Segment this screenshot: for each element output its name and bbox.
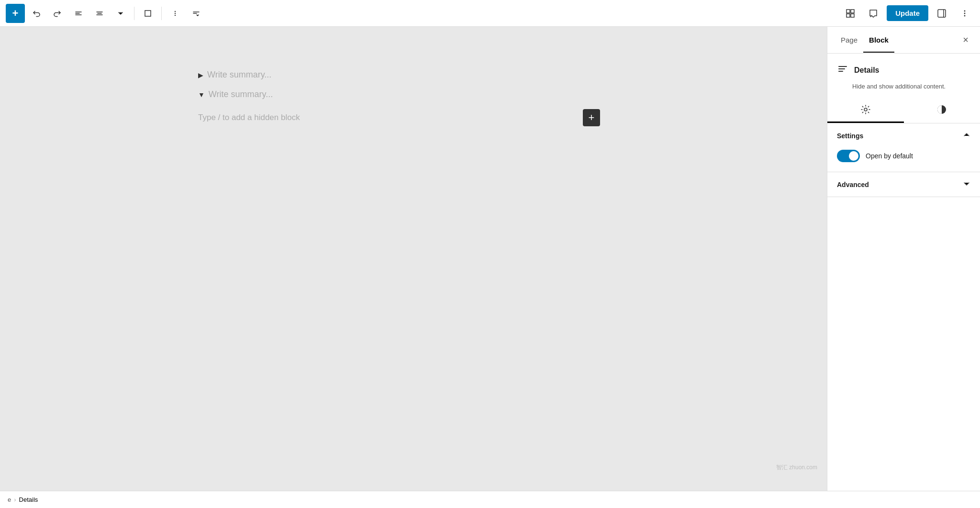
sidebar-toggle-button[interactable] [932, 4, 951, 23]
svg-point-17 [964, 12, 966, 14]
toolbar-divider-2 [161, 7, 162, 20]
add-hidden-block-button[interactable]: + [583, 109, 600, 126]
style-icon-tab[interactable] [904, 98, 980, 123]
advanced-label: Advanced [837, 181, 869, 188]
svg-point-22 [864, 108, 867, 111]
watermark: 智汇 zhuon.com [776, 464, 817, 472]
redo-button[interactable] [48, 4, 67, 23]
undo-button[interactable] [27, 4, 46, 23]
details-section-title: Details [854, 66, 879, 75]
block-format-button[interactable] [138, 4, 157, 23]
details-section-icon [837, 63, 848, 77]
sidebar-icon-tabs [827, 98, 980, 123]
settings-icon-tab[interactable] [827, 98, 904, 123]
settings-collapsible: Settings Open by default [827, 123, 980, 172]
svg-rect-10 [846, 10, 850, 13]
expanded-summary-text[interactable]: Write summary... [209, 89, 273, 99]
status-bar: e › Details [0, 491, 980, 508]
settings-chevron-icon [963, 131, 970, 140]
svg-rect-14 [938, 10, 946, 17]
breadcrumb-sep-1: › [14, 496, 16, 503]
svg-rect-11 [851, 10, 854, 13]
breadcrumb-details[interactable]: Details [19, 496, 38, 503]
collapsed-triangle-icon: ▶ [198, 71, 203, 79]
toolbar: + Update [0, 0, 980, 27]
settings-collapsible-body: Open by default [827, 148, 980, 172]
open-by-default-toggle[interactable] [837, 150, 860, 162]
text-align-button[interactable] [69, 4, 88, 23]
view-button[interactable] [841, 4, 860, 23]
add-block-button[interactable]: + [6, 4, 25, 23]
main-area: ▶ Write summary... ▼ Write summary... Ty… [0, 27, 980, 491]
expanded-triangle-icon: ▼ [198, 91, 205, 99]
collapsed-summary-text[interactable]: Write summary... [207, 70, 271, 80]
svg-point-18 [964, 15, 966, 16]
svg-rect-6 [145, 11, 151, 16]
toolbar-right: Update [841, 4, 974, 23]
preview-button[interactable] [864, 4, 883, 23]
collapse-button[interactable] [187, 4, 206, 23]
more-menu-button[interactable] [955, 4, 974, 23]
sidebar-header: Page Block × [827, 27, 980, 54]
editor-content: ▶ Write summary... ▼ Write summary... Ty… [198, 65, 629, 135]
breadcrumb-root[interactable]: e [8, 496, 11, 503]
update-button[interactable]: Update [887, 5, 928, 21]
more-options-button[interactable] [166, 4, 185, 23]
open-by-default-label: Open by default [866, 152, 913, 160]
settings-collapsible-header[interactable]: Settings [827, 123, 980, 148]
editor: ▶ Write summary... ▼ Write summary... Ty… [0, 27, 827, 491]
tab-page[interactable]: Page [835, 28, 863, 53]
details-block-expanded: ▼ Write summary... Type / to add a hidde… [198, 85, 629, 135]
chevron-down-button[interactable] [111, 4, 130, 23]
sidebar-body: Details Hide and show additional content… [827, 54, 980, 491]
settings-label: Settings [837, 132, 863, 140]
open-by-default-row: Open by default [837, 150, 970, 162]
sidebar-details-header: Details [827, 54, 980, 83]
align-center-button[interactable] [90, 4, 109, 23]
details-block-collapsed[interactable]: ▶ Write summary... [198, 65, 629, 85]
sidebar: Page Block × Details Hide and show addit… [827, 27, 980, 491]
svg-point-16 [964, 10, 966, 11]
sidebar-close-button[interactable]: × [959, 33, 972, 47]
expanded-summary-row[interactable]: ▼ Write summary... [198, 89, 629, 99]
toggle-thumb [849, 151, 858, 161]
toolbar-divider-1 [134, 7, 134, 20]
details-section-desc: Hide and show additional content. [827, 83, 980, 98]
hidden-block-placeholder: Type / to add a hidden block [198, 113, 300, 122]
advanced-chevron-icon [963, 180, 970, 189]
svg-rect-12 [846, 14, 850, 17]
svg-point-9 [175, 14, 176, 15]
hidden-block-area[interactable]: Type / to add a hidden block + [198, 105, 629, 130]
advanced-collapsible-header[interactable]: Advanced [827, 172, 980, 197]
svg-point-7 [175, 11, 176, 11]
tab-block[interactable]: Block [863, 28, 894, 53]
svg-point-8 [175, 12, 176, 13]
svg-rect-13 [851, 14, 854, 17]
